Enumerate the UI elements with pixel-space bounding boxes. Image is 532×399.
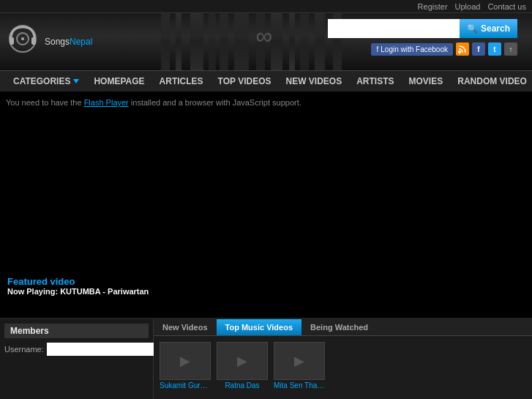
username-label: Username: (4, 345, 44, 354)
nav-artists[interactable]: ARTISTS (349, 70, 401, 92)
bottom-section: Members Username: New Videos Top Music V… (0, 319, 532, 399)
videos-tabs: New Videos Top Music Videos Being Watche… (154, 319, 532, 336)
twitter-icon[interactable]: t (488, 42, 501, 56)
thumb-3: ▶ Mita Sen Thapa (274, 342, 325, 389)
svg-point-5 (458, 51, 461, 53)
username-row: Username: (4, 343, 149, 356)
now-playing-label: Now Playing: (7, 287, 58, 296)
videos-panel: New Videos Top Music Videos Being Watche… (154, 319, 532, 399)
username-input[interactable] (47, 343, 154, 356)
header: SongsNepal ∞ 🔍 Search f Login with Faceb… (0, 13, 532, 70)
now-playing-value: KUTUMBA - Pariwartan (60, 287, 149, 296)
thumb-2: ▶ Ratna Das (217, 342, 268, 389)
featured-label: Featured video Now Playing: KUTUMBA - Pa… (7, 276, 149, 296)
thumb-img-2: ▶ (217, 342, 268, 380)
nav-random-video[interactable]: RANDOM VIDEO (450, 70, 532, 92)
upload-link[interactable]: Upload (455, 2, 481, 11)
register-link[interactable]: Register (418, 2, 448, 11)
flash-text2: installed and a browser with JavaScript … (129, 98, 301, 107)
rss-icon[interactable] (456, 42, 469, 56)
members-form: Username: (4, 343, 149, 356)
svg-rect-4 (31, 37, 36, 45)
fb-login-button[interactable]: f Login with Facebook (371, 43, 453, 56)
search-btn-label: Search (481, 23, 510, 34)
thumb-label-3[interactable]: Mita Sen Thapa (274, 381, 325, 389)
logo-songs-text: Songs (45, 37, 70, 47)
members-header: Members (4, 324, 149, 338)
fb-icon: f (376, 45, 378, 53)
rss-svg (458, 45, 467, 53)
main-video-area: You need to have the Flash Player instal… (0, 92, 532, 319)
featured-nowplaying: Now Playing: KUTUMBA - Pariwartan (7, 287, 149, 296)
thumb-img-1: ▶ (160, 342, 211, 380)
tab-being-watched[interactable]: Being Watched (301, 319, 377, 335)
featured-title: Featured video (7, 276, 149, 287)
facebook-icon[interactable]: f (472, 42, 485, 56)
header-area: SongsNepal ∞ 🔍 Search f Login with Faceb… (4, 13, 525, 70)
tab-top-music[interactable]: Top Music Videos (217, 319, 302, 335)
logo-text: SongsNepal (45, 37, 92, 47)
svg-rect-3 (10, 37, 14, 45)
social-row: f Login with Facebook f t ↑ (371, 42, 517, 56)
flash-player-link[interactable]: Flash Player (84, 98, 129, 107)
nav-categories[interactable]: CATEGORIES (6, 70, 86, 92)
search-icon: 🔍 (467, 23, 478, 34)
nav-articles[interactable]: ARTICLES (152, 70, 211, 92)
nav-bar: CATEGORIES HOMEPAGE ARTICLES TOP VIDEOS … (0, 70, 532, 92)
contact-link[interactable]: Contact us (487, 2, 526, 11)
nav-new-videos[interactable]: NEW VIDEOS (279, 70, 350, 92)
right-header: 🔍 Search f Login with Facebook f (328, 19, 517, 56)
nav-categories-label: CATEGORIES (13, 76, 70, 86)
search-button[interactable]: 🔍 Search (460, 19, 517, 38)
tab-new-videos[interactable]: New Videos (154, 319, 217, 335)
top-bar: Register Upload Contact us (0, 0, 532, 13)
thumb-1: ▶ Sukamit Gurung (160, 342, 211, 389)
flash-text1: You need to have the (6, 98, 84, 107)
center-icon: ∞ (256, 23, 273, 50)
logo-nepal-text: Nepal (70, 37, 92, 47)
nav-homepage[interactable]: HOMEPAGE (86, 70, 151, 92)
thumb-label-1[interactable]: Sukamit Gurung (160, 381, 211, 389)
search-area: 🔍 Search (328, 19, 517, 38)
flash-message: You need to have the Flash Player instal… (0, 92, 532, 113)
fb-login-label: Login with Facebook (381, 45, 448, 53)
search-input[interactable] (328, 19, 460, 38)
video-thumbnails: ▶ Sukamit Gurung ▶ Ratna Das ▶ Mita Sen … (154, 336, 532, 395)
nav-movies[interactable]: MOVIES (402, 70, 451, 92)
members-panel: Members Username: (0, 319, 154, 399)
svg-point-2 (21, 37, 24, 40)
logo-icon (4, 23, 42, 61)
upload-icon[interactable]: ↑ (504, 42, 517, 56)
thumb-label-2[interactable]: Ratna Das (217, 381, 268, 389)
nav-top-videos[interactable]: TOP VIDEOS (211, 70, 279, 92)
thumb-img-3: ▶ (274, 342, 325, 380)
categories-caret (73, 79, 79, 83)
logo[interactable]: SongsNepal (4, 23, 92, 61)
